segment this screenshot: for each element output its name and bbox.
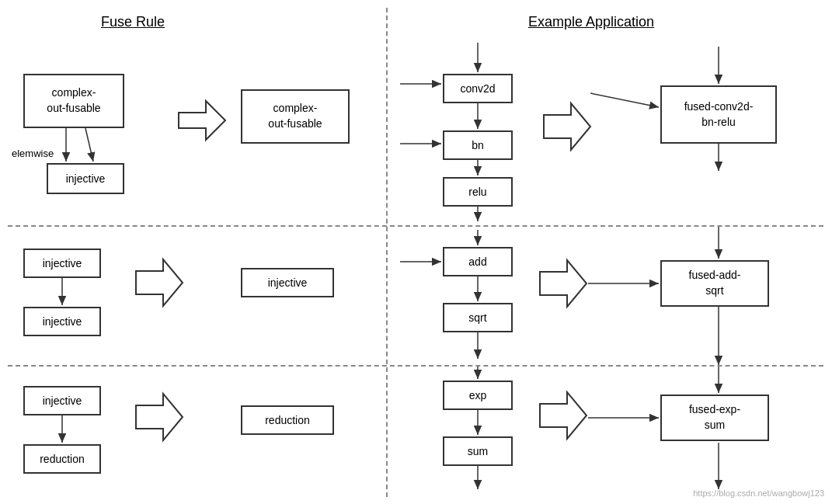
ex-s1-result: fused-conv2d-bn-relu xyxy=(660,85,777,144)
fuse-s1-box1: complex-out-fusable xyxy=(23,74,124,128)
svg-line-15 xyxy=(590,93,659,107)
svg-line-3 xyxy=(85,128,93,162)
fuse-s1-result: complex-out-fusable xyxy=(241,89,350,144)
ex-s2-result: fused-add-sqrt xyxy=(660,260,769,307)
svg-marker-22 xyxy=(540,260,587,307)
ex-s1-box2: bn xyxy=(443,130,513,160)
svg-marker-4 xyxy=(179,101,225,140)
svg-marker-29 xyxy=(540,392,587,439)
ex-s2-box2: sqrt xyxy=(443,303,513,332)
elemwise-label: elemwise xyxy=(12,148,54,159)
svg-marker-6 xyxy=(136,259,183,306)
example-application-header: Example Application xyxy=(528,14,654,30)
ex-s3-box1: exp xyxy=(443,381,513,410)
watermark: https://blog.csdn.net/wangbowj123 xyxy=(693,488,824,498)
fuse-s2-result: injective xyxy=(241,268,334,297)
fuse-s3-box1: injective xyxy=(23,386,101,415)
ex-s2-box1: add xyxy=(443,247,513,276)
main-container: Fuse Rule Example Application complex-ou… xyxy=(0,0,832,504)
ex-s1-box3: relu xyxy=(443,177,513,207)
svg-marker-8 xyxy=(136,394,183,440)
fuse-s2-box2: injective xyxy=(23,307,101,336)
fuse-s1-box2: injective xyxy=(47,163,124,194)
vertical-divider xyxy=(386,8,388,497)
horizontal-divider-1 xyxy=(8,225,823,227)
fuse-rule-header: Fuse Rule xyxy=(101,14,165,30)
svg-marker-14 xyxy=(544,103,590,150)
ex-s1-box1: conv2d xyxy=(443,74,513,103)
ex-s3-result: fused-exp-sum xyxy=(660,395,769,441)
fuse-s3-result: reduction xyxy=(241,405,334,435)
ex-s3-box2: sum xyxy=(443,436,513,466)
horizontal-divider-2 xyxy=(8,365,823,367)
fuse-s2-box1: injective xyxy=(23,249,101,278)
fuse-s3-box2: reduction xyxy=(23,444,101,474)
